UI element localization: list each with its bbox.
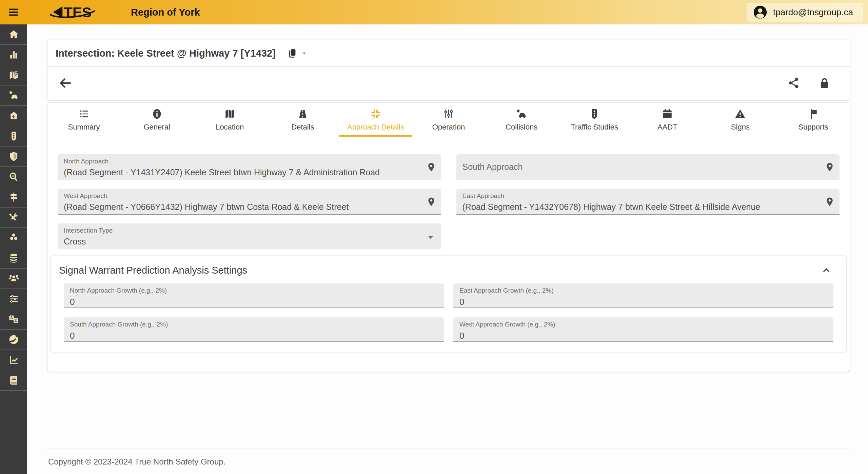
compress-icon [370, 108, 381, 120]
sidebar-item-traffic-signals[interactable] [0, 126, 27, 146]
field-label: North Approach [64, 158, 419, 165]
sidebar-item-assets[interactable] [0, 228, 27, 248]
tab-operation[interactable]: Operation [412, 103, 485, 137]
share-icon [787, 77, 800, 89]
field-value: 0 [70, 297, 437, 307]
tab-label: Approach Details [347, 123, 404, 132]
field-value: (Road Segment - Y1431Y2407) Keele Street… [64, 167, 419, 177]
tab-approach-details[interactable]: Approach Details [339, 103, 412, 137]
main-content: Intersection: Keele Street @ Highway 7 [… [27, 24, 868, 474]
location-pin-icon[interactable] [426, 162, 436, 172]
sidebar-item-maintenance[interactable] [0, 208, 27, 228]
sidebar-item-collisions[interactable] [0, 85, 27, 106]
tab-label: Details [291, 123, 314, 132]
tab-signs[interactable]: Signs [704, 103, 777, 137]
sidebar-item-home[interactable] [0, 24, 27, 45]
sidebar-item-analysis-search[interactable] [0, 167, 27, 187]
field-value: (Road Segment - Y0666Y1432) Highway 7 bt… [64, 202, 419, 212]
tes-logo[interactable]: TES [48, 3, 101, 22]
tab-label: Location [216, 123, 244, 132]
sidebar-item-statistics[interactable] [0, 45, 27, 65]
field-label: West Approach [64, 192, 419, 200]
field-value: 0 [459, 297, 827, 307]
cubes-icon [8, 233, 19, 243]
car-crash-icon [516, 108, 527, 120]
tab-summary[interactable]: Summary [47, 103, 120, 137]
sidebar-item-library[interactable] [0, 370, 27, 391]
empty-cell [456, 223, 840, 249]
sliders-v-icon [443, 108, 454, 120]
tab-label: Traffic Studies [571, 123, 618, 132]
west-approach-field[interactable]: West Approach(Road Segment - Y0666Y1432)… [58, 189, 441, 215]
tab-details[interactable]: Details [266, 103, 339, 137]
sidebar-item-database[interactable] [0, 248, 27, 269]
user-menu[interactable]: tpardo@tnsgroup.ca [747, 3, 863, 22]
tools-icon [8, 212, 19, 223]
north-approach-growth-field[interactable]: North Approach Growth (e.g., 2%)0 [64, 283, 444, 308]
tab-collisions[interactable]: Collisions [485, 103, 558, 137]
tab-label: AADT [657, 123, 677, 132]
field-value: 0 [459, 331, 827, 341]
east-approach-growth-field[interactable]: East Approach Growth (e.g., 2%)0 [453, 283, 833, 308]
menu-button[interactable] [0, 0, 27, 24]
south-approach-growth-field[interactable]: South Approach Growth (e.g., 2%)0 [64, 317, 444, 342]
field-label: East Approach Growth (e.g., 2%) [459, 287, 827, 294]
sidebar-item-map[interactable] [0, 65, 27, 85]
home-plus-icon [8, 111, 19, 121]
west-approach-growth-field[interactable]: West Approach Growth (e.g., 2%)0 [453, 317, 833, 342]
tab-label: General [144, 123, 170, 132]
intersection-header-card: Intersection: Keele Street @ Highway 7 [… [47, 40, 850, 100]
shield-icon [8, 151, 19, 162]
field-label: South Approach Growth (e.g., 2%) [70, 321, 437, 328]
sidebar-item-safety[interactable] [0, 146, 27, 167]
sidebar-item-settings[interactable] [0, 289, 27, 309]
footer-divider [47, 449, 850, 449]
tab-label: Operation [432, 123, 465, 132]
sidebar-item-reports[interactable] [0, 350, 27, 370]
dropdown-arrow-icon[interactable] [427, 234, 434, 241]
growth-form: North Approach Growth (e.g., 2%)0East Ap… [51, 283, 846, 342]
collapse-button[interactable] [821, 265, 831, 276]
north-approach-field[interactable]: North Approach(Road Segment - Y1431Y2407… [58, 154, 441, 180]
location-pin-icon[interactable] [426, 197, 436, 207]
tab-location[interactable]: Location [193, 103, 266, 137]
chevron-up-icon [821, 265, 831, 275]
svg-text:A: A [10, 316, 13, 320]
tab-general[interactable]: General [120, 103, 193, 137]
tab-traffic-studies[interactable]: Traffic Studies [558, 103, 631, 137]
arrow-left-icon [58, 76, 73, 91]
sidebar-item-add-location[interactable] [0, 106, 27, 126]
avatar-icon [753, 5, 768, 20]
location-pin-icon[interactable] [825, 197, 835, 207]
sidebar-item-translate[interactable]: A [0, 309, 27, 330]
tab-label: Supports [798, 123, 828, 132]
sidebar-item-users[interactable] [0, 269, 27, 289]
map-pin-icon [8, 70, 19, 80]
signal-warrant-panel: Signal Warrant Prediction Analysis Setti… [51, 256, 846, 352]
intersection-type-label: Intersection Type [64, 227, 419, 234]
intersection-type-select[interactable]: Intersection Type Cross [58, 223, 441, 249]
share-button[interactable] [787, 77, 800, 90]
flag-sign-icon [807, 108, 819, 120]
field-value: 0 [70, 331, 437, 341]
sidebar-item-signs[interactable] [0, 187, 27, 208]
search-stats-icon [8, 172, 19, 182]
field-value: (Road Segment - Y1432Y0678) Highway 7 bt… [462, 202, 818, 212]
copy-icon [287, 48, 297, 58]
south-approach-field[interactable]: South Approach [456, 154, 840, 180]
tab-supports[interactable]: Supports [777, 103, 850, 137]
app-name-text: TES [64, 5, 92, 21]
back-button[interactable] [58, 76, 73, 92]
east-approach-field[interactable]: East Approach(Road Segment - Y1432Y0678)… [456, 189, 840, 215]
copy-button[interactable] [287, 48, 308, 58]
approach-form: North Approach(Road Segment - Y1431Y2407… [47, 154, 850, 215]
lock-button[interactable] [818, 77, 831, 90]
tab-label: Summary [68, 123, 100, 132]
database-icon [8, 253, 19, 263]
tab-aadt[interactable]: AADT [631, 103, 704, 137]
road-icon [297, 108, 309, 120]
home-icon [8, 29, 19, 40]
location-pin-icon[interactable] [825, 162, 835, 172]
org-name: Region of York [131, 7, 200, 18]
sidebar-item-brand[interactable] [0, 330, 27, 350]
